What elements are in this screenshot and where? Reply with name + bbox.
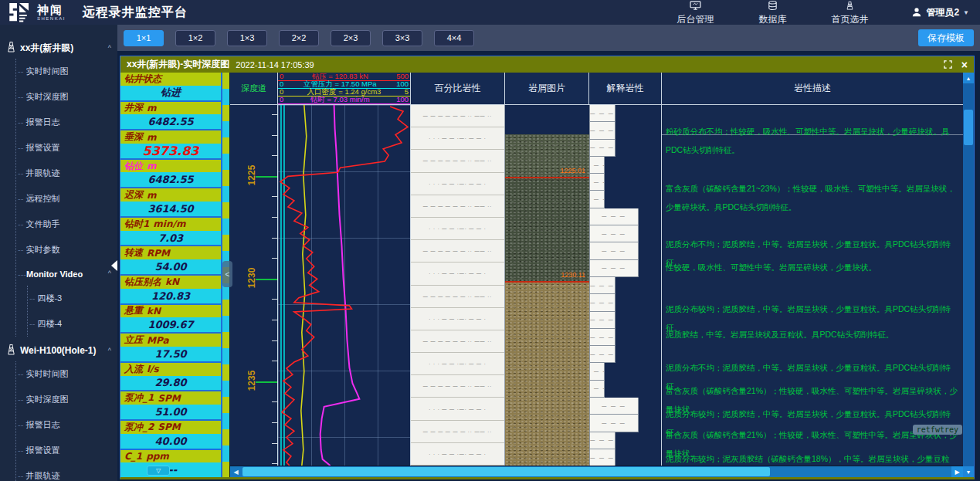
scroll-up-icon[interactable]: ▲ <box>963 73 974 83</box>
top-navbar: 神闻 SHENKAI 远程录井监控平台 后台管理数据库首页选井 管理员2 ▼ <box>0 0 980 25</box>
percent-lithology-row: — — — — — — ·· —— ·· <box>411 286 504 308</box>
sidebar-item-远程控制[interactable]: 远程控制 <box>16 186 117 212</box>
scroll-left-icon[interactable]: ◀ <box>230 466 242 477</box>
sidebar-item-报警日志[interactable]: 报警日志 <box>16 412 117 438</box>
sidebar-item-四楼-4[interactable]: 四楼-4 <box>28 311 117 337</box>
chevron-up-icon[interactable]: ^ <box>108 44 111 52</box>
param-label: 泵冲_1SPM <box>120 391 221 405</box>
param-unit: SPM <box>158 422 180 432</box>
cuttings-photo-column: 1225.011230.11 <box>505 105 589 466</box>
interp-lithology-block: — — — <box>589 242 639 259</box>
percent-lithology-row: — — — — — — ·· —— ·· <box>411 105 504 127</box>
param-name: 悬重 <box>124 305 143 318</box>
sidebar-item-井眼轨迹[interactable]: 井眼轨迹 <box>16 161 117 186</box>
interp-lithology-block: — — — <box>589 329 615 346</box>
layout-button-2x3[interactable]: 2×3 <box>331 30 371 46</box>
lithology-description: 性较硬，吸水性、可塑性中等。岩屑呈碎块状，少量块状。 <box>666 258 958 276</box>
curve-inlet-density <box>301 105 307 466</box>
sidebar-item-报警设置[interactable]: 报警设置 <box>16 438 117 463</box>
sidebar-item-实时时间图[interactable]: 实时时间图 <box>16 59 117 84</box>
minor-tick <box>272 401 277 402</box>
close-icon[interactable]: × <box>961 59 968 70</box>
sidebar-item-实时参数[interactable]: 实时参数 <box>16 237 117 263</box>
nav-item-home-well-select[interactable]: 首页选井 <box>831 0 868 26</box>
sidebar-item-报警日志[interactable]: 报警日志 <box>16 110 117 135</box>
param-name: C_1 <box>124 451 142 462</box>
interp-lithology-block: — — — <box>589 449 615 466</box>
sidebar-collapse-handle[interactable] <box>111 260 117 271</box>
horizontal-scrollbar-thumb[interactable] <box>242 467 770 476</box>
sidebar-group-Monitor Video[interactable]: Monitor Video^ <box>16 263 117 286</box>
minor-tick <box>272 361 277 361</box>
param-row-钻位: 钻位m6482.55 <box>120 160 221 189</box>
param-name: 泵冲_2 <box>124 421 154 434</box>
minor-tick <box>272 155 277 156</box>
well-header-0[interactable]: xx井(新井眼)^ <box>0 37 117 59</box>
interp-lithology-block: — — — <box>589 346 615 363</box>
user-name: 管理员2 <box>926 6 959 19</box>
panel-timestamp: 2022-11-14 17:05:39 <box>236 60 314 69</box>
layout-button-2x2[interactable]: 2×2 <box>279 30 319 46</box>
sidebar-item-文件助手[interactable]: 文件助手 <box>16 212 117 237</box>
photo-depth-label: 1225.01 <box>560 167 585 174</box>
layout-button-4x4[interactable]: 4×4 <box>434 30 474 46</box>
nav-item-label: 首页选井 <box>831 13 868 26</box>
scroll-right-icon[interactable]: ▶ <box>951 466 963 477</box>
percent-lithology-row: · · · — — ·—· — — · <box>411 353 504 375</box>
derrick-icon <box>6 41 16 55</box>
scroll-down-icon[interactable]: ▼ <box>963 466 974 477</box>
param-row-钻时1: 钻时1min/m7.03 <box>120 218 221 247</box>
sidebar-item-报警设置[interactable]: 报警设置 <box>16 135 117 161</box>
sidebar-item-四楼-3[interactable]: 四楼-3 <box>28 286 117 311</box>
chevron-up-icon[interactable]: ^ <box>108 347 111 354</box>
param-label: 泵冲_2SPM <box>120 421 221 434</box>
layout-button-1x3[interactable]: 1×3 <box>227 30 267 46</box>
param-value: 51.00 <box>120 405 221 419</box>
user-menu[interactable]: 管理员2 ▼ <box>911 6 969 19</box>
interp-lithology-block: — — — <box>589 294 615 311</box>
legend-max: 100 <box>396 96 409 103</box>
layout-button-1x1[interactable]: 1×1 <box>124 30 164 46</box>
chart-header: 深度道 0钻压 = 120.83 kN5000立管压力 = 17.50 MPa1… <box>230 73 963 105</box>
param-value: 120.83 <box>120 289 221 303</box>
derrick-icon <box>844 0 856 13</box>
sidebar-item-实时深度图[interactable]: 实时深度图 <box>16 84 117 110</box>
param-scroll-down-button[interactable]: ▽ <box>147 466 170 476</box>
track-collapse-button[interactable]: < <box>222 261 232 287</box>
param-row-泵冲_2: 泵冲_2SPM40.00 <box>120 421 221 450</box>
well-header-1[interactable]: Wei-H100(Hole-1)^ <box>0 340 117 361</box>
sidebar-item-井眼轨迹[interactable]: 井眼轨迹 <box>16 463 117 481</box>
minor-tick <box>272 258 277 259</box>
param-unit: m <box>147 161 157 171</box>
percent-lithology-row: — — — — — — ·· —— ·· <box>411 375 504 398</box>
sidebar-item-实时时间图[interactable]: 实时时间图 <box>16 361 117 387</box>
database-icon <box>767 0 778 13</box>
percent-lithology-row: — — — — — — ·· —— ·· <box>411 195 504 218</box>
interp-lithology-block: — — — <box>589 312 615 329</box>
maximize-icon[interactable] <box>944 60 952 69</box>
percent-lithology-row: · · · — — ·—· — — · <box>411 443 504 466</box>
layout-button-3x3[interactable]: 3×3 <box>382 30 422 46</box>
depth-label: 1230 <box>246 263 257 293</box>
save-template-button[interactable]: 保存模板 <box>918 29 974 46</box>
chart-body: 122512301235 — — — — — — ·· —— ··· · · —… <box>230 105 963 466</box>
depth-chart-panel: xx井(新井眼)-实时深度图 2022-11-14 17:05:39 × 钻井状… <box>120 56 975 479</box>
well-name: Wei-H100(Hole-1) <box>20 345 96 356</box>
column-header-percent-lithology: 百分比岩性 <box>411 73 505 104</box>
param-value: 6482.55 <box>120 114 221 129</box>
nav-item-backend-admin[interactable]: 后台管理 <box>677 0 714 26</box>
minor-tick <box>272 443 277 444</box>
curve-plot-area <box>278 105 411 466</box>
minor-tick <box>272 340 277 341</box>
percent-lithology-row: · · · — — ·—· — — · <box>411 308 504 330</box>
nav-item-database[interactable]: 数据库 <box>758 0 786 26</box>
main-area: xx井(新井眼)^实时时间图实时深度图报警日志报警设置井眼轨迹远程控制文件助手实… <box>0 25 980 481</box>
layout-button-1x2[interactable]: 1×2 <box>175 30 215 46</box>
lithology-description: 泥质胶结，中等。岩屑呈块状及豆粒状。具PDC钻头切削特征。 <box>666 325 958 344</box>
brand-name-en: SHENKAI <box>37 16 66 21</box>
vertical-scrollbar-thumb[interactable] <box>964 110 973 145</box>
horizontal-scrollbar[interactable]: ◀ ▶ <box>230 466 963 477</box>
vertical-scrollbar[interactable]: ▲ ▼ <box>963 73 974 477</box>
param-name: 泵冲_1 <box>124 391 154 405</box>
sidebar-item-实时深度图[interactable]: 实时深度图 <box>16 387 117 412</box>
